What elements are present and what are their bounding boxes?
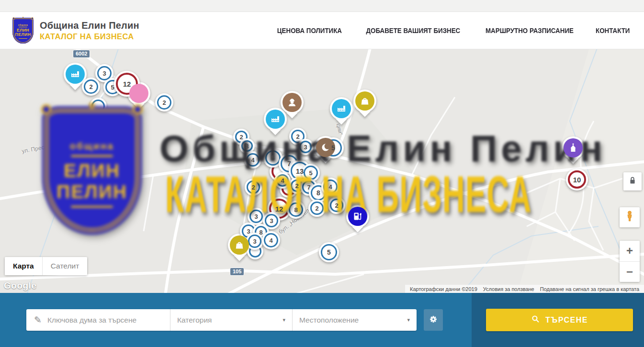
google-map[interactable]: ул. Преславбул. „Новоселции“600210532512… bbox=[0, 49, 644, 293]
cluster-count: 3 bbox=[102, 70, 106, 77]
map-pin-factory[interactable] bbox=[330, 97, 353, 126]
cluster-count: 5 bbox=[331, 144, 335, 152]
crest-name-line1: ЕЛИН bbox=[64, 160, 120, 181]
crest-ornament bbox=[23, 17, 24, 18]
cluster-count: 7 bbox=[287, 160, 291, 168]
main-nav: ЦЕНОВА ПОЛИТИКА ДОБАВЕТЕ ВАШИЯТ БИЗНЕС М… bbox=[274, 27, 632, 34]
cluster-count: 8 bbox=[316, 189, 320, 197]
chevron-down-icon: ▾ bbox=[282, 317, 285, 323]
crest-top-text: община bbox=[70, 141, 114, 152]
map-pin-fuel[interactable] bbox=[346, 205, 369, 234]
search-button[interactable]: ТЪРСЕНЕ bbox=[486, 309, 633, 331]
cluster-count: 4 bbox=[328, 183, 332, 190]
map-pin-church[interactable] bbox=[562, 136, 585, 165]
crest-flourish bbox=[71, 206, 113, 208]
cluster-count: 6 bbox=[271, 154, 275, 162]
keyword-field-wrapper: ✎ bbox=[26, 309, 170, 331]
cluster-count: 2 bbox=[251, 184, 255, 191]
bag-icon bbox=[355, 91, 374, 111]
cluster-count: 5 bbox=[111, 84, 114, 91]
crest-flourish bbox=[19, 38, 27, 39]
site-subtitle: КАТАЛОГ НА БИЗНЕСА bbox=[40, 32, 139, 41]
map-cluster-marker[interactable]: 2 bbox=[155, 93, 173, 112]
cluster-count: 3 bbox=[254, 213, 258, 220]
map-cluster-marker[interactable]: 4 bbox=[262, 231, 280, 249]
search-fields-panel: ✎ Категория ▾ Местоположение ▾ bbox=[0, 293, 472, 347]
road-number-badge: 6002 bbox=[73, 50, 90, 58]
crest-ornament bbox=[89, 102, 95, 108]
cluster-count: 2 bbox=[296, 133, 299, 140]
map-cluster-marker[interactable]: 4 bbox=[274, 172, 291, 189]
cluster-count: 12 bbox=[275, 205, 283, 213]
terms-of-use-link[interactable]: Условия за ползване bbox=[480, 286, 537, 292]
category-select-value: Категория bbox=[177, 316, 212, 325]
crest-flourish bbox=[71, 155, 113, 157]
factory-icon bbox=[66, 65, 85, 84]
category-select[interactable]: Категория ▾ bbox=[170, 309, 292, 331]
advanced-settings-button[interactable] bbox=[424, 309, 443, 331]
map-cluster-marker[interactable]: 4 bbox=[321, 178, 339, 196]
worker-icon bbox=[282, 93, 302, 112]
nav-item-route-schedule[interactable]: МАРШРУТНО РАЗПИСАНИЕ bbox=[486, 27, 574, 34]
map-cluster-marker[interactable]: 5 bbox=[319, 242, 339, 262]
map-cluster-marker[interactable]: 2 bbox=[82, 78, 100, 96]
fuel-icon bbox=[348, 207, 367, 226]
map-type-map-button[interactable]: Карта bbox=[5, 257, 42, 275]
factory-icon bbox=[332, 99, 351, 118]
map-type-satellite-button[interactable]: Сателит bbox=[42, 257, 87, 275]
site-title: Община Елин Пелин bbox=[40, 20, 139, 31]
cluster-count: 3 bbox=[304, 144, 307, 151]
map-pin-bag[interactable] bbox=[353, 90, 376, 118]
nav-item-pricing[interactable]: ЦЕНОВА ПОЛИТИКА bbox=[277, 27, 342, 34]
street-view-pegman-button[interactable] bbox=[620, 207, 640, 227]
cluster-count: 3 bbox=[245, 143, 249, 150]
map-cluster-marker[interactable]: 8 bbox=[287, 201, 305, 219]
cluster-count: 2 bbox=[239, 134, 243, 141]
map-cluster-marker[interactable]: 2 bbox=[245, 179, 262, 196]
cluster-count: 2 bbox=[295, 182, 298, 190]
map-cluster-marker[interactable]: 10 bbox=[566, 168, 588, 190]
watermark-crest: община ЕЛИНПЕЛИН bbox=[42, 106, 142, 235]
location-select[interactable]: Местоположение ▾ bbox=[292, 309, 417, 331]
cluster-count: 5 bbox=[309, 169, 312, 177]
pencil-icon: ✎ bbox=[34, 314, 42, 325]
google-logo[interactable]: Google bbox=[4, 280, 36, 291]
map-type-control: Карта Сателит bbox=[5, 257, 87, 275]
cluster-count: 3 bbox=[253, 238, 256, 245]
cluster-count: 5 bbox=[327, 248, 331, 256]
map-cluster-marker[interactable]: 2 bbox=[328, 197, 345, 214]
crest-name-line2: ПЕЛИН bbox=[15, 32, 31, 37]
nav-item-add-business[interactable]: ДОБАВЕТЕ ВАШИЯТ БИЗНЕС bbox=[366, 27, 460, 34]
zoom-in-button[interactable]: + bbox=[620, 241, 640, 262]
site-header: община ЕЛИНПЕЛИН Община Елин Пелин КАТАЛ… bbox=[0, 12, 644, 49]
crest-name-line2: ПЕЛИН bbox=[56, 181, 127, 202]
factory-icon bbox=[266, 110, 285, 129]
top-strip bbox=[0, 0, 644, 12]
search-button-label: ТЪРСЕНЕ bbox=[545, 316, 588, 325]
road-number-badge: 105 bbox=[230, 268, 244, 276]
report-map-error-link[interactable]: Подаване на сигнал за грешка в картата bbox=[537, 286, 642, 292]
map-pin-factory[interactable] bbox=[264, 108, 287, 136]
cluster-count: 2 bbox=[315, 205, 318, 212]
map-cluster-marker[interactable]: 2 bbox=[308, 200, 326, 217]
cluster-count: 3 bbox=[270, 217, 273, 224]
cluster-count: 13 bbox=[296, 167, 304, 175]
chevron-down-icon: ▾ bbox=[407, 317, 410, 323]
cluster-count: 4 bbox=[269, 237, 272, 244]
zoom-out-button[interactable]: − bbox=[620, 262, 640, 282]
nav-item-contacts[interactable]: КОНТАКТИ bbox=[596, 27, 630, 34]
cluster-count: 8 bbox=[294, 206, 297, 213]
cluster-count: 4 bbox=[251, 157, 254, 164]
map-cluster-marker[interactable]: 4 bbox=[244, 151, 261, 168]
lock-button[interactable] bbox=[623, 172, 642, 190]
cluster-count: 2 bbox=[89, 83, 92, 90]
keyword-search-input[interactable] bbox=[47, 316, 163, 325]
site-logo[interactable]: община ЕЛИНПЕЛИН Община Елин Пелин КАТАЛ… bbox=[12, 18, 139, 44]
church-icon bbox=[564, 138, 583, 157]
lock-icon bbox=[627, 175, 638, 188]
pin-head bbox=[129, 84, 148, 103]
map-cluster-marker[interactable]: 3 bbox=[297, 139, 314, 155]
crest-name-line1: ЕЛИН bbox=[17, 28, 29, 33]
cluster-count: 8 bbox=[259, 229, 262, 236]
search-action-panel: ТЪРСЕНЕ bbox=[472, 293, 644, 347]
